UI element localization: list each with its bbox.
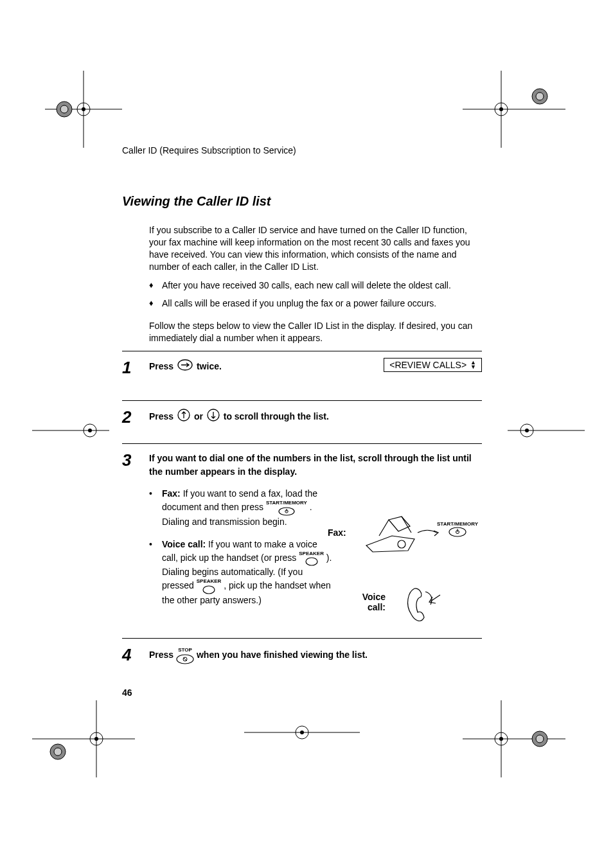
svg-point-9 [499,107,503,111]
svg-point-17 [525,429,529,432]
follow-paragraph: Follow the steps below to view the Calle… [149,320,482,344]
crop-mark-icon [32,411,109,450]
step-text: Press STOP when you have finished viewin… [149,646,482,664]
disc-bullet-icon: • [149,538,162,607]
start-memory-key-icon: START/MEMORY [437,521,478,537]
start-memory-key-icon: START/MEMORY [266,500,307,516]
page-content: Caller ID (Requires Subscription to Serv… [122,145,482,664]
step-number: 2 [122,409,149,425]
bullet-text: After you have received 30 calls, each n… [162,279,451,292]
step-1: 1 Press twice. <REVIEW CALLS> ▲▼ [122,351,482,394]
step-4: 4 Press STOP when you have finished view… [122,638,482,664]
intro-paragraph: If you subscribe to a Caller ID service … [149,224,482,273]
handset-diagram-icon [392,579,450,630]
svg-point-23 [54,748,62,756]
svg-point-26 [300,731,304,734]
step-2: 2 Press or to scroll through the list. [122,400,482,437]
voice-instruction: Voice call: If you want to make a voice … [162,538,335,607]
running-header: Caller ID (Requires Subscription to Serv… [122,145,482,155]
crop-mark-icon [45,71,122,148]
svg-point-14 [88,429,92,432]
svg-point-39 [306,558,317,565]
svg-point-41 [398,540,405,548]
down-key-icon [207,409,220,425]
step-3: 3 If you want to dial one of the numbers… [122,443,482,632]
voice-diagram-label: Voice call: [353,592,386,612]
display-text: <REVIEW CALLS> [389,360,466,370]
svg-point-5 [60,105,68,113]
svg-point-40 [203,586,215,594]
crop-mark-icon [463,71,565,148]
disc-bullet-icon: • [149,488,162,528]
svg-point-21 [94,737,98,741]
svg-point-11 [536,93,544,100]
up-key-icon [177,409,190,425]
crop-mark-icon [244,713,360,752]
diamond-bullet-icon: ♦ [149,297,162,310]
step-number: 4 [122,646,149,663]
section-title: Viewing the Caller ID list [122,194,482,209]
arrow-key-icon [177,359,193,375]
bullet-item: ♦ All calls will be erased if you unplug… [149,297,482,310]
svg-point-32 [536,735,544,743]
fax-instruction: Fax: If you want to send a fax, load the… [162,488,335,528]
page-number: 46 [122,687,132,698]
svg-point-30 [499,737,503,741]
lcd-display: <REVIEW CALLS> ▲▼ [384,358,482,372]
bullet-item: ♦ After you have received 30 calls, each… [149,279,482,292]
crop-mark-icon [32,700,135,777]
bullet-text: All calls will be erased if you unplug t… [162,297,436,310]
step-text: Press or to scroll through the list. [149,409,482,425]
fax-diagram-label: Fax: [328,527,346,538]
stop-key-icon: STOP [176,646,194,664]
svg-point-3 [82,107,85,111]
diamond-bullet-icon: ♦ [149,279,162,292]
crop-mark-icon [508,411,585,450]
speaker-key-icon: SPEAKER [299,551,324,567]
crop-mark-icon [463,700,565,777]
step-number: 1 [122,359,149,376]
speaker-key-icon: SPEAKER [197,578,222,594]
up-down-arrows-icon: ▲▼ [470,360,476,369]
step-number: 3 [122,452,149,468]
